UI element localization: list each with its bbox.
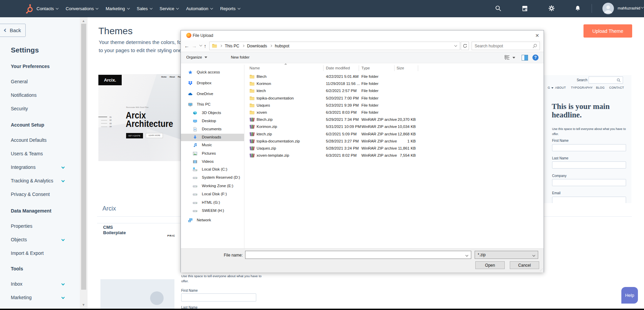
- view-dropdown-icon[interactable]: [512, 57, 515, 59]
- file-row-korimon-zip[interactable]: Korimon.zip5/31/2021 10:09 PMWinRAR ZIP …: [244, 124, 544, 131]
- cancel-button[interactable]: Cancel: [510, 261, 539, 269]
- sidebar-item-notifications[interactable]: Notifications: [11, 92, 72, 98]
- settings-gear-icon[interactable]: [548, 5, 555, 12]
- column-header-name[interactable]: Name: [249, 66, 260, 70]
- top-nav-automation[interactable]: Automation: [186, 6, 213, 11]
- sidebar-item-properties[interactable]: Properties: [11, 223, 72, 229]
- open-button[interactable]: Open: [475, 261, 505, 269]
- refresh-button[interactable]: [461, 42, 469, 50]
- sidebar-item-account-defaults[interactable]: Account Defaults: [11, 137, 72, 143]
- scrollbar-thumb[interactable]: [81, 24, 86, 290]
- first-name-input[interactable]: [181, 293, 256, 302]
- last-name-input[interactable]: [552, 161, 626, 169]
- sidebar-item-objects[interactable]: Objects: [11, 236, 72, 243]
- combo-chevron-icon[interactable]: [466, 254, 468, 257]
- sidebar-item-marketing[interactable]: Marketing: [11, 294, 72, 301]
- tree-item-documents[interactable]: Documents: [181, 126, 244, 133]
- column-header-size[interactable]: Size: [397, 66, 404, 70]
- dialog-search-input[interactable]: Search hubspot: [472, 42, 540, 50]
- view-list-icon[interactable]: [504, 55, 510, 60]
- tree-item-videos[interactable]: Videos: [181, 158, 244, 165]
- theme-preview-arcix[interactable]: Arcix. HomeAboutPages Rennovate With Goo…: [98, 74, 193, 161]
- back-arrow-icon[interactable]: ←: [184, 43, 189, 49]
- top-nav-conversations[interactable]: Conversations: [66, 6, 98, 11]
- tree-item-local-disk-c-[interactable]: Local Disk (C:): [181, 166, 244, 173]
- content-scrollbar[interactable]: ▲ ▼: [80, 17, 88, 309]
- file-row-uaques-zip[interactable]: Uaques.zip5/28/2021 3:24 PMWinRAR ZIP ar…: [244, 145, 544, 152]
- column-header-type[interactable]: Type: [361, 66, 370, 70]
- company-input[interactable]: [552, 179, 626, 186]
- upload-theme-button[interactable]: Upload Theme: [583, 24, 632, 38]
- back-button[interactable]: Back: [0, 24, 26, 37]
- column-separator[interactable]: [359, 65, 359, 71]
- sidebar-item-general[interactable]: General: [11, 78, 72, 85]
- breadcrumb-downloads[interactable]: Downloads: [247, 44, 267, 48]
- top-nav-service[interactable]: Service: [160, 6, 178, 11]
- breadcrumb-this-pc[interactable]: This PC: [225, 44, 239, 48]
- sidebar-item-import-export[interactable]: Import & Export: [11, 250, 72, 257]
- column-separator[interactable]: [394, 65, 395, 71]
- scrollbar-up-arrow-icon[interactable]: ▲: [82, 19, 85, 23]
- breadcrumb-hubspot[interactable]: hubspot: [275, 44, 289, 48]
- theme-name[interactable]: Arcix: [102, 205, 116, 212]
- tree-item-downloads[interactable]: Downloads: [181, 134, 244, 141]
- tree-item-music[interactable]: Music: [181, 141, 244, 149]
- sidebar-item-users-teams[interactable]: Users & Teams: [11, 150, 72, 157]
- column-separator[interactable]: [323, 65, 324, 71]
- tree-item-dropbox[interactable]: Dropbox: [181, 80, 244, 87]
- tree-item-this-pc[interactable]: This PC: [181, 101, 244, 108]
- tree-item-sweem-h-[interactable]: SWEEM (H:): [181, 207, 244, 215]
- address-dropdown-chevron-icon[interactable]: [454, 44, 457, 47]
- file-row-korimon[interactable]: Korimon11/29/2018 11:56 ...File folder: [244, 81, 544, 88]
- tree-item-pictures[interactable]: Pictures: [181, 150, 244, 157]
- up-arrow-icon[interactable]: ↑: [204, 43, 207, 49]
- top-nav-contacts[interactable]: Contacts: [37, 6, 58, 11]
- first-name-input[interactable]: [552, 144, 626, 151]
- help-button[interactable]: Help: [621, 287, 638, 304]
- dialog-titlebar[interactable]: File Upload ✕: [181, 30, 544, 40]
- history-chevron-icon[interactable]: [199, 44, 202, 46]
- sidebar-item-integrations[interactable]: Integrations: [11, 164, 72, 171]
- file-row-ktech-zip[interactable]: ktech.zip6/2/2021 5:09 PMWinRAR ZIP arch…: [244, 131, 544, 138]
- organize-button[interactable]: Organize: [186, 55, 207, 59]
- tree-item-working-zone-e-[interactable]: Working Zone (E:): [181, 182, 244, 190]
- tree-item-system-reserved-d-[interactable]: System Reserved (D:): [181, 174, 244, 181]
- top-nav-marketing[interactable]: Marketing: [105, 6, 129, 11]
- file-row-xoven[interactable]: xoven6/3/2021 8:03 PMFile folder: [244, 109, 544, 116]
- column-separator[interactable]: [418, 65, 418, 71]
- tree-item-3d-objects[interactable]: 3D Objects: [181, 109, 244, 117]
- address-bar[interactable]: This PC Downloads hubspot: [209, 42, 460, 50]
- file-type-select[interactable]: *.zip: [475, 251, 538, 259]
- tree-item-network[interactable]: Network: [181, 217, 244, 224]
- user-menu-chevron-icon[interactable]: [641, 6, 644, 8]
- sidebar-item-inbox[interactable]: Inbox: [11, 281, 72, 287]
- tree-item-quick-access[interactable]: Quick access: [181, 69, 244, 76]
- top-nav-reports[interactable]: Reports: [220, 6, 240, 11]
- dialog-help-icon[interactable]: ?: [532, 54, 539, 61]
- sidebar-item-privacy-consent[interactable]: Privacy & Consent: [11, 191, 72, 198]
- marketplace-icon[interactable]: [522, 5, 528, 12]
- sidebar-item-tracking-analytics[interactable]: Tracking & Analytics: [11, 177, 72, 184]
- forward-arrow-icon[interactable]: →: [192, 43, 197, 49]
- sidebar-item-security[interactable]: Security: [11, 105, 72, 112]
- file-row-xoven-template-zip[interactable]: xoven-template.zip6/3/2021 8:02 PMWinRAR…: [244, 152, 544, 159]
- file-row-btech[interactable]: Btech4/22/2021 5:01 AMFile folder: [244, 73, 544, 81]
- file-row-topika-documentation-zip[interactable]: topika-documentation.zip5/28/2021 3:27 P…: [244, 138, 544, 145]
- preview-pane-icon[interactable]: [522, 55, 528, 61]
- close-icon[interactable]: ✕: [533, 32, 541, 39]
- tree-item-onedrive[interactable]: OneDrive: [181, 90, 244, 98]
- tree-item-desktop[interactable]: Desktop: [181, 117, 244, 125]
- resize-grip[interactable]: ⋰: [540, 269, 543, 271]
- file-name-input[interactable]: [245, 251, 471, 259]
- username[interactable]: mahfuzrashid: [618, 6, 640, 10]
- file-row-topika-documentation[interactable]: topika-documentation5/20/2021 7:00 PMFil…: [244, 95, 544, 102]
- notifications-bell-icon[interactable]: [575, 5, 581, 12]
- new-folder-button[interactable]: New folder: [231, 55, 249, 59]
- tree-item-html-g-[interactable]: HTML (G:): [181, 199, 244, 206]
- file-row-ktech[interactable]: ktech6/2/2021 2:57 PMFile folder: [244, 88, 544, 95]
- file-row-uaques[interactable]: Uaques5/23/2021 9:39 PMFile folder: [244, 102, 544, 109]
- hubspot-logo-icon[interactable]: [25, 4, 34, 15]
- tree-item-local-disk-f-[interactable]: Local Disk (F:): [181, 191, 244, 198]
- email-input[interactable]: [552, 197, 626, 203]
- preview-search-input[interactable]: [589, 76, 623, 84]
